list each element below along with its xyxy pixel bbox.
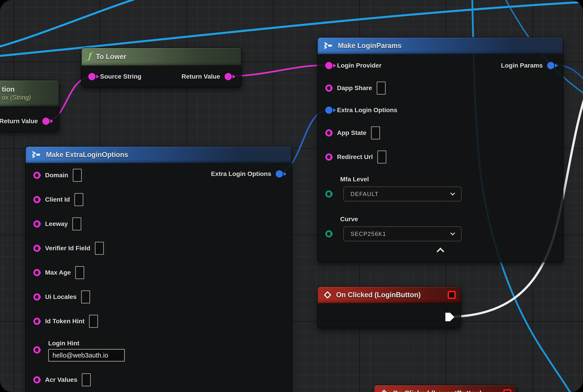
pin-row-client-id: Client Id: [33, 193, 83, 206]
pin-row-verifier-id-field: Verifier Id Field: [33, 242, 104, 255]
pin-row-dapp-share: Dapp Share: [325, 82, 386, 94]
pin-label: Login Params: [501, 62, 543, 69]
output-pin-return-value[interactable]: [42, 118, 50, 125]
pin-row-curve: [325, 230, 332, 238]
app-state-value-box[interactable]: [371, 126, 380, 140]
pin-row-max-age: Max Age: [33, 266, 84, 279]
pin-label: Extra Login Options: [211, 170, 271, 178]
node-subtitle-fragment: ox (String): [2, 94, 31, 101]
pin-row-domain: Domain: [33, 169, 82, 182]
make-extra-login-options-header: Make ExtraLoginOptions: [26, 147, 292, 163]
chevron-down-icon: [450, 230, 455, 235]
input-pin-leeway[interactable]: [33, 220, 40, 228]
pin-label: Login Provider: [337, 62, 382, 69]
wire-tolower-to-loginprovider[interactable]: [228, 65, 327, 76]
node-on-clicked-login-button[interactable]: On Clicked (LoginButton): [317, 286, 461, 328]
curve-value: SECP256K1: [350, 231, 386, 237]
make-struct-icon: [32, 151, 42, 159]
wire-cyan-topleft[interactable]: [0, 0, 150, 48]
node-make-login-params[interactable]: Make LoginParams Login Params Login Prov…: [317, 37, 564, 262]
input-pin-client-id[interactable]: [33, 196, 40, 203]
input-pin-source-string[interactable]: [88, 73, 96, 80]
exec-output-pin[interactable]: [445, 313, 454, 321]
dapp-share-value-box[interactable]: [377, 82, 386, 94]
input-pin-login-hint[interactable]: [33, 346, 40, 354]
node-text-source-partial[interactable]: tion ox (String) Return Value: [0, 80, 60, 132]
make-extra-login-options-title: Make ExtraLoginOptions: [46, 151, 128, 159]
login-hint-value: hello@web3auth.io: [52, 352, 108, 359]
event-diamond-icon: [324, 291, 331, 299]
pin-label: Extra Login Options: [337, 106, 398, 114]
pin-row-app-state: App State: [325, 126, 380, 140]
pin-label: Source String: [100, 73, 142, 80]
pin-label: Client Id: [45, 196, 70, 203]
pin-row-ui-locales: Ui Locales: [33, 290, 90, 304]
input-pin-login-provider[interactable]: [325, 62, 332, 69]
client-id-value-box[interactable]: [74, 193, 83, 206]
input-pin-acr-values[interactable]: [33, 376, 40, 384]
to-lower-title: To Lower: [96, 53, 126, 61]
node-text-source-header: tion ox (String): [0, 80, 59, 106]
leeway-value-box[interactable]: [72, 218, 81, 230]
login-hint-field[interactable]: hello@web3auth.io: [48, 349, 125, 362]
curve-dropdown[interactable]: SECP256K1: [343, 226, 462, 241]
on-clicked-login-title: On Clicked (LoginButton): [336, 291, 420, 299]
input-pin-mfa-level[interactable]: [325, 190, 332, 198]
input-pin-max-age[interactable]: [33, 269, 40, 276]
pin-row-mfa-level: [325, 190, 332, 198]
input-pin-redirect-url[interactable]: [325, 154, 332, 161]
collapse-node-button[interactable]: [436, 248, 444, 255]
ui-locales-value-box[interactable]: [81, 290, 90, 304]
mfa-level-value: DEFAULT: [350, 191, 379, 197]
event-delegate-icon[interactable]: [503, 389, 511, 392]
input-pin-extra-login-options[interactable]: [325, 106, 332, 114]
pin-row-extra-login-options-out: Extra Login Options: [211, 170, 283, 178]
pin-label: Return Value: [0, 118, 38, 125]
input-pin-dapp-share[interactable]: [325, 84, 332, 92]
node-on-clicked-logout-button[interactable]: On Clicked (LogoutButton): [374, 385, 517, 392]
input-pin-app-state[interactable]: [325, 129, 332, 136]
pin-label: Leeway: [45, 220, 68, 228]
event-delegate-icon[interactable]: [448, 291, 456, 299]
pin-row-acr-values: Acr Values: [33, 373, 91, 386]
on-clicked-logout-title: On Clicked (LogoutButton): [393, 389, 482, 392]
pin-row-source-string: Source String: [88, 73, 142, 80]
node-make-extra-login-options[interactable]: Make ExtraLoginOptions Extra Login Optio…: [25, 146, 292, 392]
acr-values-value-box[interactable]: [82, 373, 91, 386]
pin-label: Ui Locales: [45, 293, 76, 300]
input-pin-verifier-id-field[interactable]: [33, 245, 40, 252]
output-pin-return-value[interactable]: [224, 73, 232, 80]
pin-row-return-value-partial: Return Value: [0, 118, 50, 125]
mfa-level-dropdown[interactable]: DEFAULT: [343, 186, 462, 202]
pin-row-return-value: Return Value: [182, 73, 232, 80]
input-pin-id-token-hint[interactable]: [33, 318, 40, 325]
to-lower-header: ƒ To Lower: [82, 48, 241, 66]
output-pin-extra-login-options[interactable]: [276, 170, 283, 178]
node-to-lower[interactable]: ƒ To Lower Source String Return Value: [81, 48, 242, 88]
redirect-url-value-box[interactable]: [377, 150, 386, 164]
pin-row-redirect-url: Redirect Url: [325, 150, 386, 164]
pin-row-login-provider: Login Provider: [325, 62, 382, 69]
blueprint-graph-canvas[interactable]: tion ox (String) Return Value ƒ To Lower…: [0, 0, 583, 392]
login-hint-label: Login Hint: [48, 340, 79, 347]
pin-label: Verifier Id Field: [45, 245, 90, 252]
pin-row-leeway: Leeway: [33, 218, 81, 230]
max-age-value-box[interactable]: [75, 266, 84, 279]
pin-label: Redirect Url: [337, 154, 373, 161]
make-login-params-header: Make LoginParams: [318, 38, 563, 54]
id-token-hint-value-box[interactable]: [89, 315, 98, 328]
verifier-id-field-value-box[interactable]: [95, 242, 104, 255]
pin-row-id-token-hint: Id Token Hint: [33, 315, 98, 328]
input-pin-ui-locales[interactable]: [33, 293, 40, 300]
pin-row-login-params-out: Login Params: [501, 62, 554, 69]
pin-label: Acr Values: [45, 376, 77, 384]
input-pin-curve[interactable]: [325, 230, 332, 238]
pin-row-login-hint: [33, 346, 40, 354]
curve-label: Curve: [340, 216, 358, 223]
input-pin-domain[interactable]: [33, 172, 40, 179]
domain-value-box[interactable]: [73, 169, 82, 182]
pin-label: Id Token Hint: [45, 318, 84, 325]
on-clicked-login-header: On Clicked (LoginButton): [318, 287, 461, 304]
output-pin-login-params[interactable]: [547, 62, 554, 69]
pin-label: Dapp Share: [337, 84, 372, 92]
